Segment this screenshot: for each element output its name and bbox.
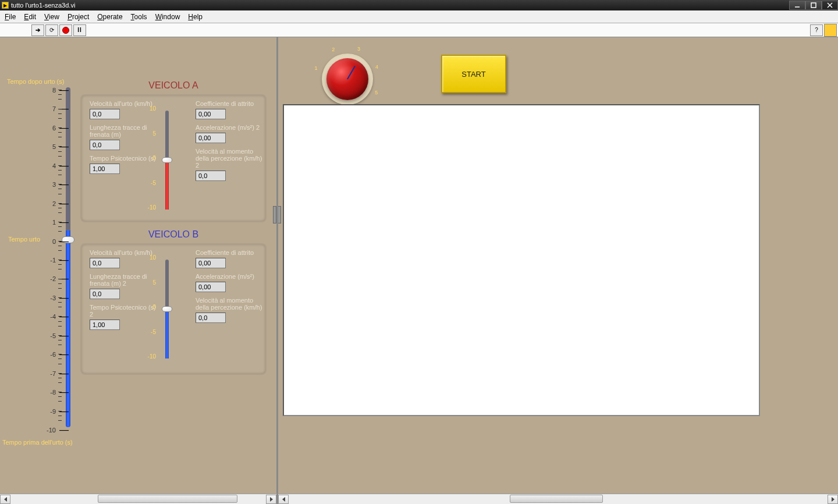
time-tick: -6— — [45, 349, 69, 360]
time-tick: -7— — [45, 368, 69, 379]
run-continuous-button[interactable]: ⟳ — [45, 24, 58, 36]
display-canvas — [283, 104, 760, 416]
abort-button[interactable] — [59, 24, 72, 36]
left-scroll-track[interactable] — [10, 495, 266, 504]
bottom-scrollbars — [0, 494, 838, 504]
window-titlebar: ▶ tutto l'urto1-senza3d.vi — [0, 0, 838, 10]
knob-tick: 1 — [314, 65, 317, 71]
minimize-button[interactable] — [789, 1, 805, 10]
mini-tick: -10 — [147, 353, 156, 360]
right-panel: 123456 START — [278, 37, 838, 494]
menu-file[interactable]: File — [5, 13, 16, 21]
vb-accel-label: Accelerazione (m/s²) — [196, 273, 265, 280]
splitter-handle-right[interactable] — [278, 206, 281, 223]
va-brake-input[interactable] — [90, 140, 120, 150]
vehicle-a-group: VEICOLO A Velocità all'urto (km/h) Lungh… — [80, 94, 267, 222]
vb-brake-input[interactable] — [90, 289, 120, 299]
vehicle-a-title: VEICOLO A — [81, 78, 265, 93]
right-scroll-track[interactable] — [289, 495, 828, 504]
va-accel-label: Accelerazione (m/s²) 2 — [196, 124, 265, 131]
left-scroll-prev[interactable] — [0, 495, 10, 504]
right-scroll-prev[interactable] — [278, 495, 289, 504]
time-tick: 6— — [45, 123, 69, 133]
start-button[interactable]: START — [441, 55, 506, 93]
menu-tools[interactable]: Tools — [131, 13, 147, 21]
time-tick: 1— — [45, 217, 69, 228]
mini-tick: 5 — [147, 130, 156, 137]
time-tick: -1— — [45, 255, 69, 265]
vb-mini-thumb[interactable] — [162, 306, 172, 312]
vehicle-b-group: VEICOLO B Velocità all'urto (km/h) Lungh… — [80, 243, 267, 375]
run-button[interactable]: ➔ — [31, 24, 44, 36]
right-scroll-next[interactable] — [828, 495, 838, 504]
va-percep-label: Velocità al momento della percezione (km… — [196, 148, 265, 169]
menu-window[interactable]: Window — [155, 13, 180, 21]
time-tick: 5— — [45, 141, 69, 152]
time-tick: -4— — [45, 311, 69, 322]
time-tick: 8— — [45, 85, 69, 95]
left-panel: Tempo dopo urto (s) Tempo urto Tempo pri… — [0, 37, 278, 494]
labview-vi-icon: ▶ — [2, 2, 9, 9]
va-mini-thumb[interactable] — [162, 157, 172, 163]
left-scroll-next[interactable] — [266, 495, 276, 504]
knob-tick: 4 — [375, 64, 378, 70]
menu-operate[interactable]: Operate — [97, 13, 122, 21]
menu-help[interactable]: Help — [188, 13, 203, 21]
vb-friction-label: Coefficiente di attrito — [196, 249, 265, 256]
va-friction-label: Coefficiente di attrito — [196, 100, 265, 107]
time-tick: 7— — [45, 104, 69, 114]
vi-icon[interactable] — [824, 24, 837, 37]
va-psico-input[interactable] — [90, 164, 120, 174]
knob-tick: 3 — [357, 46, 360, 52]
vb-percep-label: Velocità al momento della percezione (km… — [196, 297, 265, 311]
va-velocity-input[interactable] — [90, 109, 120, 119]
knob-tick: 2 — [332, 47, 335, 52]
time-tick: -2— — [45, 274, 69, 284]
va-percep-input[interactable] — [196, 171, 226, 181]
right-scroll-thumb[interactable] — [510, 495, 603, 503]
menu-edit[interactable]: Edit — [24, 13, 36, 21]
label-time-after-impact: Tempo dopo urto (s) — [7, 78, 64, 85]
mini-tick: -5 — [147, 180, 156, 186]
menubar: File Edit View Project Operate Tools Win… — [0, 10, 838, 23]
vb-psico-input[interactable] — [90, 320, 120, 330]
time-tick: -5— — [45, 331, 69, 341]
va-friction-input[interactable] — [196, 109, 226, 119]
vb-mini-slider[interactable]: 1050-5-10 — [157, 260, 177, 359]
vb-percep-input[interactable] — [196, 313, 226, 323]
time-tick: -3— — [45, 293, 69, 303]
time-tick: 0— — [45, 236, 69, 247]
label-time-impact: Tempo urto — [8, 236, 40, 243]
mini-tick: -10 — [147, 204, 156, 211]
knob-tick: 5 — [375, 90, 378, 95]
vb-friction-input[interactable] — [196, 258, 226, 268]
maximize-button[interactable] — [805, 1, 822, 10]
time-tick: -10— — [45, 425, 69, 435]
mini-tick: 0 — [147, 304, 156, 310]
va-mini-slider[interactable]: 1050-5-10 — [157, 111, 177, 210]
vb-accel-input[interactable] — [196, 282, 226, 292]
menu-project[interactable]: Project — [68, 13, 89, 21]
menu-view[interactable]: View — [44, 13, 59, 21]
left-scroll-thumb[interactable] — [98, 495, 237, 503]
mini-tick: 0 — [147, 155, 156, 161]
time-tick: -9— — [45, 406, 69, 417]
va-accel-input[interactable] — [196, 133, 226, 143]
time-tick: 4— — [45, 161, 69, 171]
mini-tick: 5 — [147, 279, 156, 286]
time-tick: 2— — [45, 198, 69, 209]
vb-velocity-input[interactable] — [90, 258, 120, 268]
label-time-before-impact: Tempo prima dell'urto (s) — [2, 439, 73, 446]
window-title: tutto l'urto1-senza3d.vi — [11, 2, 75, 9]
mini-tick: 10 — [147, 105, 156, 112]
pause-button[interactable]: II — [73, 24, 86, 36]
mini-tick: -5 — [147, 329, 156, 335]
splitter-handle-left[interactable] — [273, 206, 276, 223]
time-tick: 3— — [45, 179, 69, 190]
svg-rect-1 — [811, 3, 816, 8]
main-panel: Tempo dopo urto (s) Tempo urto Tempo pri… — [0, 37, 838, 494]
close-button[interactable] — [822, 1, 838, 10]
help-button[interactable]: ? — [810, 24, 823, 36]
mini-tick: 10 — [147, 254, 156, 261]
time-tick: -8— — [45, 387, 69, 397]
